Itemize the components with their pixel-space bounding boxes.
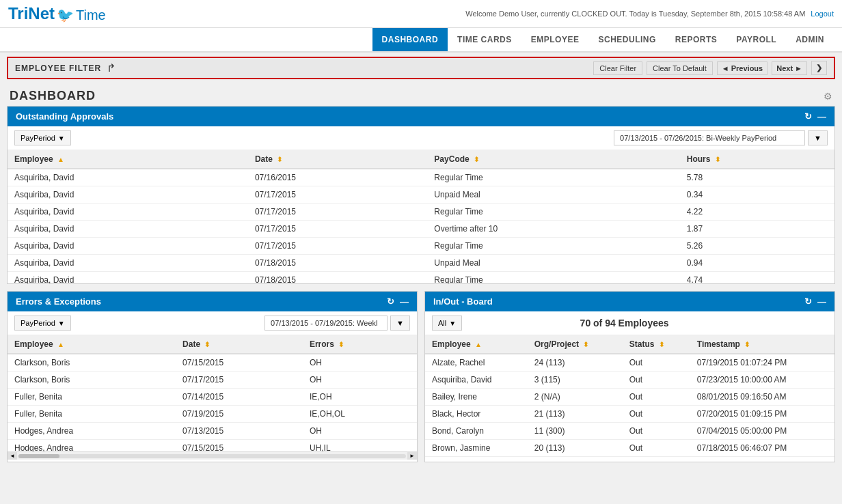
errors-col-date: Date ⬍ [176,335,303,354]
logo-bird-icon: 🐦 [57,7,74,23]
errors-date-arrow: ▼ [396,319,404,327]
cell-date: 07/17/2015 [248,186,427,204]
errors-scroll-right-btn[interactable]: ► [407,452,417,460]
errors-payperiod-dropdown[interactable]: PayPeriod ▼ [14,316,71,331]
errors-exceptions-header: Errors & Exceptions ↻ — [8,292,417,311]
cell-status: Out [623,354,690,372]
cell-employee: Asquiriba, David [8,272,248,284]
errors-horiz-scrollbar[interactable]: ◄ ► [8,451,417,460]
cell-org: 11 (300) [528,423,623,440]
cell-employee: Asquiriba, David [8,169,248,186]
inout-sort-timestamp[interactable]: ⬍ [744,341,750,348]
cursor-indicator: ↱ [107,61,116,74]
cell-org: 3 (115) [528,372,623,389]
cell-status: In [623,457,690,462]
expand-button[interactable]: ❯ [811,61,827,75]
clear-filter-button[interactable]: Clear Filter [593,61,642,75]
sort-date-icon[interactable]: ⬍ [277,156,282,163]
cell-errors: IE,OH,OL [303,406,417,423]
table-row: Asquiriba, David 3 (115) Out 07/23/2015 … [425,372,834,389]
cell-date: 07/15/2015 [176,440,303,452]
cell-status: Out [623,406,690,423]
cell-paycode: Regular Time [427,238,679,255]
outstanding-table-scroll[interactable]: Employee ▲ Date ⬍ PayCode ⬍ [8,150,834,283]
inout-header: In/Out - Board ↻ — [425,292,834,311]
cell-org: 2 (N/A) [528,389,623,406]
inout-sort-status[interactable]: ⬍ [659,341,664,348]
errors-scroll-left-btn[interactable]: ◄ [8,452,17,460]
errors-sort-employee[interactable]: ▲ [57,341,64,348]
inout-col-status: Status ⬍ [623,335,690,354]
errors-sort-date[interactable]: ⬍ [204,341,210,348]
cell-org: 13 (0) [528,457,623,462]
errors-date-dropdown-button[interactable]: ▼ [390,316,410,331]
nav-item-employee[interactable]: EMPLOYEE [521,28,589,51]
nav-item-payroll[interactable]: PAYROLL [726,28,786,51]
table-row: Brown, Jasmine 20 (113) Out 07/18/2015 0… [425,440,834,457]
outstanding-approvals-table: Employee ▲ Date ⬍ PayCode ⬍ [8,150,834,283]
sort-hours-icon[interactable]: ⬍ [715,156,720,163]
errors-collapse-icon[interactable]: — [400,296,409,307]
outstanding-approvals-panel: Outstanding Approvals ↻ — PayPeriod ▼ ▼ [7,106,835,284]
dashboard-title-bar: DASHBOARD ⚙ [0,83,842,106]
collapse-icon[interactable]: — [817,111,826,122]
table-row: Asquiriba, David 07/16/2015 Regular Time… [8,169,834,186]
table-row: Asquiriba, David 07/17/2015 Overtime aft… [8,221,834,238]
date-range-dropdown-button[interactable]: ▼ [808,130,828,145]
sort-employee-icon[interactable]: ▲ [57,156,64,163]
table-row: Hodges, Andrea 07/13/2015 OH [8,423,417,440]
cell-employee: Asquiriba, David [8,186,248,204]
errors-col-employee: Employee ▲ [8,335,176,354]
table-row: Asquiriba, David 07/17/2015 Regular Time… [8,238,834,255]
cell-hours: 4.22 [680,204,834,221]
nav-item-reports[interactable]: REPORTS [666,28,727,51]
inout-refresh-icon[interactable]: ↻ [804,296,812,307]
next-button[interactable]: Next ► [772,61,807,75]
cell-hours: 4.74 [680,272,834,284]
sort-paycode-icon[interactable]: ⬍ [474,156,479,163]
cell-employee: Brown, Jasmine [425,440,528,457]
table-row: Buckland, Molly 13 (0) In 08/05/2013 05:… [425,457,834,462]
errors-refresh-icon[interactable]: ↻ [387,296,394,307]
cell-timestamp: 07/20/2015 01:09:15 PM [690,406,834,423]
table-row: Hodges, Andrea 07/15/2015 UH,IL [8,440,417,452]
nav-item-dashboard[interactable]: DASHBOARD [372,28,448,51]
errors-date-range[interactable] [264,316,388,331]
table-row: Bailey, Irene 2 (N/A) Out 08/01/2015 09:… [425,389,834,406]
outstanding-date-range[interactable] [614,130,805,145]
cell-status: Out [623,440,690,457]
cell-date: 07/17/2015 [248,204,427,221]
dashboard-settings-icon[interactable]: ⚙ [824,91,832,102]
logout-link[interactable]: Logout [811,10,834,18]
cell-employee: Hodges, Andrea [8,440,176,452]
logo: TriNet 🐦 Time [8,4,106,23]
cell-errors: OH [303,354,417,372]
previous-button[interactable]: ◄ Previous [717,61,768,75]
cell-hours: 0.94 [680,255,834,272]
cell-employee: Hodges, Andrea [8,423,176,440]
nav-item-timecards[interactable]: TIME CARDS [448,28,521,51]
cell-timestamp: 07/23/2015 10:00:00 AM [690,372,834,389]
cell-timestamp: 07/19/2015 01:07:24 PM [690,354,834,372]
refresh-icon[interactable]: ↻ [804,111,812,122]
inout-dropdown-arrow: ▼ [449,320,456,327]
clear-to-default-button[interactable]: Clear To Default [647,61,713,75]
errors-sort-errors[interactable]: ⬍ [338,341,344,348]
cell-employee: Asquiriba, David [8,204,248,221]
table-row: Asquiriba, David 07/18/2015 Unpaid Meal … [8,255,834,272]
inout-sort-org[interactable]: ⬍ [583,341,588,348]
cell-employee: Bailey, Irene [425,389,528,406]
errors-scroll-track [18,454,406,458]
nav-item-admin[interactable]: ADMIN [786,28,834,51]
inout-sort-employee[interactable]: ▲ [475,341,482,348]
inout-count: 70 of 94 Employees [580,318,669,328]
inout-collapse-icon[interactable]: — [817,296,826,307]
errors-table-scroll[interactable]: Employee ▲ Date ⬍ Errors ⬍ [8,335,417,451]
cell-hours: 5.78 [680,169,834,186]
inout-table-scroll[interactable]: Employee ▲ Org/Project ⬍ Status ⬍ [425,335,834,462]
payperiod-dropdown[interactable]: PayPeriod ▼ [14,130,71,145]
nav-item-scheduling[interactable]: SCHEDULING [588,28,665,51]
inout-filter-dropdown[interactable]: All ▼ [432,316,462,331]
inout-table-body: Alzate, Rachel 24 (113) Out 07/19/2015 0… [425,354,834,462]
cell-paycode: Unpaid Meal [427,186,679,204]
